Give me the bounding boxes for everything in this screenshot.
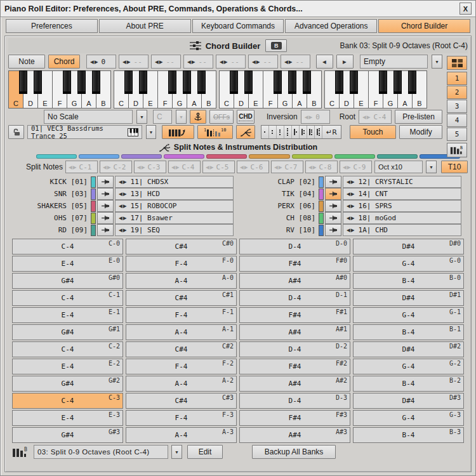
midi-plug-button[interactable]	[97, 212, 114, 224]
piano-black-key[interactable]	[139, 70, 147, 94]
note-cell-c-1[interactable]: C#4C#1	[126, 290, 237, 306]
note-cell-g-3[interactable]: G#4G#3	[12, 427, 123, 443]
split-note-spinner-c-3[interactable]: ◀▶C-3	[134, 161, 166, 173]
edit-button[interactable]: Edit	[187, 445, 223, 459]
note-cell-b-1[interactable]: B-4B-1	[353, 324, 464, 340]
bank-manager-button[interactable]: B	[447, 143, 467, 157]
piano-black-key[interactable]	[183, 70, 191, 94]
bank-slot-button-2[interactable]: 2	[447, 86, 467, 99]
program-select[interactable]: 01| VEC3 Bassdrums Trance 25	[27, 125, 142, 139]
bank-slot-button-4[interactable]: 4	[447, 114, 467, 127]
split-note-spinner-c-8[interactable]: ◀▶C-8	[305, 161, 338, 173]
piano-black-key[interactable]	[124, 70, 133, 94]
note-cell-e-0[interactable]: E-4E-0	[12, 256, 123, 272]
note-cell-a-2[interactable]: A-4A-2	[126, 376, 237, 392]
velocity-pattern-button-7[interactable]	[307, 126, 315, 138]
piano-black-key[interactable]	[63, 70, 71, 94]
note-cell-d-3[interactable]: D#4D#3	[353, 393, 464, 409]
midi-plug-button[interactable]	[97, 176, 114, 188]
offs-button[interactable]: OFFs	[209, 110, 234, 124]
note-cell-c-2[interactable]: C#4C#2	[126, 341, 237, 357]
instrument-program-spinner[interactable]: ◀▶11| CHDSX	[115, 176, 234, 188]
note-cell-d-2[interactable]: D-4D-2	[239, 341, 350, 357]
chord-interval-spinner-6[interactable]: ◀▶--	[248, 55, 278, 69]
note-cell-c-0[interactable]: C-4C-0	[12, 239, 123, 255]
scale-dropdown-button[interactable]: ▼	[136, 110, 147, 124]
tab-preferences[interactable]: Preferences	[6, 19, 98, 33]
piano-black-key[interactable]	[379, 70, 387, 94]
piano-black-key[interactable]	[230, 70, 238, 94]
note-cell-d-3[interactable]: D-4D-3	[239, 393, 350, 409]
note-cell-c-2[interactable]: C-4C-2	[12, 341, 123, 357]
note-cell-d-1[interactable]: D#4D#1	[353, 290, 464, 306]
bank-slot-button-3[interactable]: 3	[447, 100, 467, 113]
piano-black-key[interactable]	[335, 70, 343, 94]
note-cell-a-0[interactable]: A#4A#0	[239, 273, 350, 289]
split-note-spinner-c-2[interactable]: ◀▶C-2	[100, 161, 132, 173]
backup-all-banks-button[interactable]: Backup All Banks	[252, 445, 336, 459]
chord-preset-select[interactable]: Empty	[360, 55, 428, 69]
note-cell-d-1[interactable]: D-4D-1	[239, 290, 350, 306]
note-cell-g-2[interactable]: G-4G-2	[353, 359, 464, 374]
layout-grid-button[interactable]	[447, 56, 467, 70]
distribute-button[interactable]	[236, 125, 255, 139]
chd-button[interactable]: CHD	[237, 110, 255, 124]
instrument-program-spinner[interactable]: ◀▶14| CNT	[343, 188, 461, 200]
instrument-program-spinner[interactable]: ◀▶12| CRYSTALIC	[343, 176, 461, 188]
note-mode-button[interactable]: Note	[8, 55, 45, 69]
chord-interval-spinner-1[interactable]: ◀▶0	[86, 55, 116, 69]
note-cell-f-2[interactable]: F#4F#2	[239, 359, 350, 374]
midi-plug-button[interactable]	[325, 212, 341, 224]
note-cell-e-1[interactable]: E-4E-1	[12, 307, 123, 323]
split-note-spinner-c-1[interactable]: ◀▶C-1	[65, 161, 98, 173]
midi-plug-button[interactable]	[325, 224, 341, 236]
note-cell-f-0[interactable]: F#4F#0	[239, 256, 350, 272]
velocity-pattern-button-5[interactable]	[292, 126, 300, 138]
note-cell-a-1[interactable]: A-4A-1	[126, 324, 237, 340]
midi-plug-button[interactable]	[97, 188, 114, 200]
piano-black-key[interactable]	[303, 70, 311, 94]
load-bank-button[interactable]: B	[265, 39, 287, 52]
touch-button[interactable]: Touch	[350, 125, 396, 139]
note-cell-d-0[interactable]: D#4D#0	[353, 239, 464, 255]
key-dropdown-button[interactable]: ▼	[176, 110, 187, 124]
velocity-pattern-button-3[interactable]	[277, 126, 284, 138]
note-cell-g-1[interactable]: G#4G#1	[12, 324, 123, 340]
velocity-pattern-button-1[interactable]	[261, 126, 269, 138]
note-cell-g-0[interactable]: G-4G-0	[353, 256, 464, 272]
note-cell-f-1[interactable]: F#4F#1	[239, 307, 350, 323]
note-cell-a-2[interactable]: A#4A#2	[239, 376, 350, 392]
note-cell-g-0[interactable]: G#4G#0	[12, 273, 123, 289]
piano-black-key[interactable]	[197, 70, 206, 94]
note-cell-f-1[interactable]: F-4F-1	[126, 307, 237, 323]
instrument-program-spinner[interactable]: ◀▶15| ROBOCOP	[115, 200, 234, 212]
split-note-spinner-c-6[interactable]: ◀▶C-6	[237, 161, 269, 173]
midi-plug-button[interactable]	[97, 200, 114, 212]
chord-preset-dropdown-button[interactable]: ▼	[432, 55, 442, 69]
piano-black-key[interactable]	[77, 70, 86, 94]
anchor-button[interactable]	[190, 110, 206, 124]
chord-interval-spinner-2[interactable]: ◀▶--	[119, 55, 149, 69]
oct-select[interactable]: Oct x10	[374, 161, 423, 173]
note-cell-a-3[interactable]: A-4A-3	[126, 427, 237, 443]
velocity-range-button[interactable]: 110	[197, 125, 233, 139]
tab-advanced-operations[interactable]: Advanced Operations	[285, 19, 377, 33]
note-cell-f-0[interactable]: F-4F-0	[126, 256, 237, 272]
bank-slot-button-5[interactable]: 5	[447, 128, 467, 141]
note-cell-b-2[interactable]: B-4B-2	[353, 376, 464, 392]
modify-button[interactable]: Modify	[399, 125, 442, 139]
tab-about-pre[interactable]: About PRE	[99, 19, 191, 33]
bank-select[interactable]: 03: Split 0-9 Octaves (Root C-4)	[34, 445, 168, 459]
chord-interval-spinner-7[interactable]: ◀▶--	[281, 55, 310, 69]
lock-button[interactable]	[8, 125, 24, 139]
split-note-spinner-c-7[interactable]: ◀▶C-7	[271, 161, 303, 173]
note-cell-d-0[interactable]: D-4D-0	[239, 239, 350, 255]
instrument-program-spinner[interactable]: ◀▶16| SPRS	[343, 200, 461, 212]
note-cell-c-3[interactable]: C-4C-3	[12, 393, 123, 409]
inversion-spinner[interactable]: ◀▶ 0	[301, 110, 330, 124]
split-note-spinner-c-5[interactable]: ◀▶C-5	[202, 161, 235, 173]
chord-interval-spinner-4[interactable]: ◀▶--	[183, 55, 213, 69]
piano-black-key[interactable]	[244, 70, 253, 94]
note-cell-d-2[interactable]: D#4D#2	[353, 341, 464, 357]
piano-black-key[interactable]	[408, 70, 416, 94]
